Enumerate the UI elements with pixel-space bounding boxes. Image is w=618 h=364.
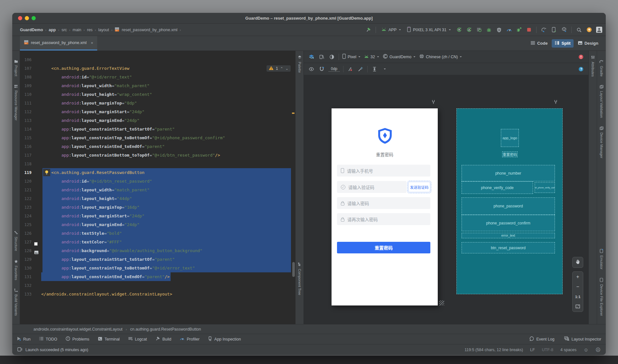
code-line[interactable]: 127 android:textColor="#FFF" [20, 238, 295, 246]
theme-menu[interactable]: GuardDemo [383, 54, 416, 60]
zoom-in-button[interactable]: + [573, 272, 583, 282]
blueprint-box-phone_password[interactable]: phone_password [462, 197, 555, 215]
input-field-4[interactable]: 请再次输入密码 [337, 213, 430, 225]
api-menu[interactable]: 32 [364, 54, 379, 59]
code-line[interactable]: 108 android:id="@+id/error_text" [20, 73, 295, 81]
render-config-wrench-icon[interactable] [431, 100, 435, 105]
code-line[interactable]: 122 android:layout_height="44dp" [20, 194, 295, 203]
run-config-select[interactable]: APP [380, 27, 403, 33]
toolwindow-app-inspection[interactable]: App Inspection [208, 336, 241, 342]
input-field-1[interactable]: 请输入手机号 [337, 165, 430, 177]
warning-mark[interactable] [292, 113, 295, 114]
code-line[interactable]: 129 app:layout_constraintStart_toStartOf… [20, 255, 295, 264]
preview-resize-handle[interactable] [439, 300, 444, 305]
breadcrumb-item[interactable]: src [61, 28, 67, 32]
color-swatch[interactable] [34, 240, 39, 244]
orientation-icon[interactable] [318, 53, 325, 60]
apply-changes-icon[interactable]: A [465, 26, 473, 33]
sad-feedback-icon[interactable]: ☹ [595, 347, 601, 353]
minimize-window-button[interactable] [25, 16, 29, 20]
breadcrumb-item[interactable]: layout [98, 28, 109, 32]
attributes-tab[interactable]: Attributes [591, 55, 595, 77]
sidebar-item-device-manager[interactable]: Device Manager [600, 126, 604, 158]
code-line[interactable]: 126 android:textStyle="bold" [20, 229, 295, 238]
device-menu[interactable]: Pixel [342, 54, 361, 60]
blueprint-box-phone_verify_code[interactable]: phone_verify_code [462, 181, 533, 194]
code-line[interactable]: 109 android:layout_width="match_parent" [20, 81, 295, 90]
breadcrumb-file[interactable]: reset_password_by_phone.xml [122, 28, 177, 32]
sidebar-item-favorites[interactable]: Favorites [14, 259, 18, 280]
infer-constraints-icon[interactable] [357, 66, 364, 73]
code-line[interactable]: 123 android:layout_marginTop="16dp" [20, 203, 295, 212]
profile-icon[interactable] [505, 26, 512, 33]
happy-feedback-icon[interactable]: ☺ [584, 347, 588, 352]
code-line[interactable]: 117 app:layout_constraintBottom_toTopOf=… [20, 151, 295, 159]
blueprint-box-phone_password_confirm[interactable]: phone_password_confirm [462, 215, 555, 231]
sidebar-item-emulator[interactable]: Emulator [600, 249, 604, 269]
line-ending[interactable]: LF [530, 348, 535, 352]
code-line[interactable]: 110 android:layout_height="wrap_content" [20, 90, 295, 99]
code-line[interactable]: 119 <cn.authing.guard.ResetPasswordButto… [20, 168, 295, 177]
input-field-2[interactable]: ✓请输入验证码 [337, 181, 407, 193]
file-encoding[interactable]: UTF-8 [542, 348, 553, 352]
sidebar-item-structure[interactable]: Structure [14, 231, 18, 251]
breadcrumb-item[interactable]: GuardDemo [20, 28, 43, 32]
code-editor[interactable]: 106107 <cn.authing.guard.ErrorTextView10… [20, 51, 295, 324]
code-line[interactable]: 124 android:layout_marginStart="24dp" [20, 212, 295, 220]
editor-scrollbar[interactable] [292, 262, 295, 277]
apply-code-icon[interactable] [475, 26, 482, 33]
sidebar-item-project[interactable]: Project [14, 60, 18, 76]
component-tree-tab[interactable]: Component Tree [298, 262, 302, 295]
code-line[interactable]: 107 <cn.authing.guard.ErrorTextView [20, 64, 295, 73]
drawable-preview-icon[interactable] [34, 249, 39, 253]
night-mode-icon[interactable] [328, 53, 335, 60]
code-line[interactable]: 121 android:layout_width="match_parent" [20, 186, 295, 194]
code-line[interactable]: 125 android:layout_marginEnd="24dp" [20, 220, 295, 229]
debug-icon[interactable] [485, 26, 492, 33]
pan-button[interactable] [572, 257, 583, 268]
render-config-wrench-icon[interactable] [554, 100, 558, 105]
sidebar-item-device-file-explorer[interactable]: Device File Explorer [600, 278, 604, 316]
zoom-out-button[interactable]: − [573, 282, 583, 292]
blueprint-phone[interactable]: app_logo重置密码phone_numberphone_verify_cod… [456, 108, 563, 294]
zoom-fit-button[interactable] [573, 302, 583, 312]
breadcrumb-item[interactable]: res [87, 28, 92, 32]
search-icon[interactable] [576, 26, 583, 33]
close-window-button[interactable] [18, 16, 22, 20]
device-manager-icon[interactable] [550, 26, 557, 33]
toolwindow-profiler[interactable]: Profiler [180, 337, 200, 342]
mode-split-button[interactable]: Split [552, 39, 573, 48]
toolwindow-terminal[interactable]: Terminal [98, 337, 120, 342]
clear-constraints-icon[interactable] [347, 66, 354, 73]
toolwindow-todo[interactable]: TODO [39, 337, 57, 341]
mode-code-button[interactable]: Code [528, 39, 551, 48]
file-tab[interactable]: <> reset_password_by_phone.xml × [20, 36, 97, 50]
design-canvas[interactable]: 重置密码 请输入手机号✓请输入验证码请输入密码请再次输入密码 发送验证码 重置密… [304, 75, 588, 324]
update-icon[interactable] [585, 26, 593, 33]
design-preview-phone[interactable]: 重置密码 请输入手机号✓请输入验证码请输入密码请再次输入密码 发送验证码 重置密… [332, 108, 438, 305]
toolwindow-layout-inspector[interactable]: Layout Inspector [564, 336, 601, 342]
blueprint-box-app_logo[interactable]: app_logo [501, 129, 519, 147]
breadcrumb-item[interactable]: main [72, 28, 81, 32]
zoom-window-button[interactable] [32, 16, 36, 20]
design-surface-icon[interactable] [308, 53, 315, 60]
sidebar-item-layout-validation[interactable]: Layout Validation [600, 85, 604, 118]
code-line[interactable]: 111 android:layout_marginTop="8dp" [20, 99, 295, 107]
sidebar-item-resource-manager[interactable]: Resource Manager [14, 85, 18, 121]
build-icon[interactable] [365, 26, 372, 33]
default-margin-select[interactable]: 0dp [328, 66, 340, 72]
blueprint-box-phone_number[interactable]: phone_number [462, 165, 555, 181]
code-line[interactable]: 106 [20, 55, 295, 64]
code-line[interactable]: 118 [20, 159, 295, 168]
locale-menu[interactable]: Chinese (zh / CN) [419, 54, 462, 60]
component-breadcrumb-item[interactable]: cn.authing.guard.ResetPasswordButton [130, 327, 201, 332]
autoconnect-icon[interactable] [318, 66, 325, 73]
pack-icon[interactable] [371, 66, 378, 73]
blueprint-box-error_text[interactable]: error_text [462, 233, 555, 238]
mode-design-button[interactable]: Design [575, 39, 601, 48]
code-line[interactable]: 133</androidx.constraintlayout.widget.Co… [20, 290, 295, 298]
indent-setting[interactable]: 4 spaces [560, 348, 576, 352]
stop-icon[interactable] [525, 26, 532, 33]
toolwindow-logcat[interactable]: Logcat [128, 337, 147, 341]
view-options-icon[interactable] [308, 66, 315, 73]
